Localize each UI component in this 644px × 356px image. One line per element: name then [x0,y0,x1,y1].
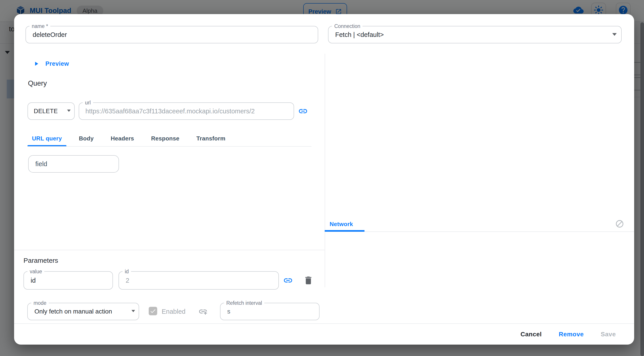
refetch-interval-field[interactable]: Refetch interval s [220,303,320,320]
mode-select[interactable]: mode Only fetch on manual action [27,303,139,320]
query-editor-dialog: name * deleteOrder Connection Fetch | <d… [14,14,634,344]
clear-network-block-icon[interactable] [615,219,624,228]
parameter-value-field[interactable]: id 2 [118,271,279,290]
url-query-field-input[interactable]: field [28,155,119,173]
query-section-title: Query [28,80,47,88]
tab-label: Body [79,135,94,142]
chevron-down-icon [67,110,71,112]
parameter-name-field[interactable]: value id [24,271,113,290]
tab-label: Transform [196,135,226,142]
pane-divider[interactable] [325,54,325,287]
connection-value: Fetch | <default> [335,26,384,43]
tab-transform[interactable]: Transform [192,130,230,146]
url-query-field-value: field [35,156,47,172]
url-field[interactable]: url https://635aaf68aa7c3f113daceeef.moc… [79,102,294,120]
remove-button[interactable]: Remove [558,330,585,338]
url-binding-link-icon[interactable] [298,106,308,116]
tab-headers[interactable]: Headers [106,130,139,146]
tab-label: Response [151,135,180,142]
add-link-icon[interactable] [198,307,208,316]
run-preview-button[interactable]: Preview [33,58,69,70]
connection-select[interactable]: Connection Fetch | <default> [328,26,622,44]
save-button[interactable]: Save [600,330,617,338]
delete-parameter-trash-icon[interactable] [303,275,314,286]
query-name-value: deleteOrder [33,26,67,43]
run-preview-label: Preview [46,60,69,67]
parameter-name-value: id [31,272,36,289]
mode-value: Only fetch on manual action [34,303,112,320]
play-icon [33,60,40,67]
chevron-down-icon [612,33,617,36]
url-value: https://635aaf68aa7c3f113daceeef.mockapi… [86,103,255,120]
request-tabs: URL query Body Headers Response Transfor… [28,130,230,146]
network-divider [325,232,634,232]
tab-body[interactable]: Body [74,130,98,146]
tab-response[interactable]: Response [147,130,184,146]
tab-url-query[interactable]: URL query [28,130,66,146]
check-icon [150,308,156,314]
enabled-checkbox[interactable] [149,307,157,315]
enabled-label: Enabled [162,303,185,320]
screen: MUI Toolpad Alpha Preview [0,0,644,356]
parameters-title: Parameters [24,257,58,264]
query-name-field[interactable]: name * deleteOrder [26,26,318,44]
parameter-binding-link-icon[interactable] [283,276,293,285]
tab-label: Headers [111,135,134,142]
tab-network[interactable]: Network [325,217,364,232]
dialog-footer: Cancel Remove Save [14,323,634,344]
http-method-value: DELETE [34,103,58,120]
chevron-down-icon [132,310,135,312]
network-tab-label: Network [330,221,353,228]
tab-label: URL query [32,135,62,142]
parameters-divider [14,250,325,250]
tabs-divider [28,146,312,147]
http-method-select[interactable]: DELETE [28,102,75,120]
parameter-name-label: value [28,268,44,275]
refetch-interval-value: s [227,303,230,320]
parameter-value-value: 2 [126,272,129,289]
cancel-button[interactable]: Cancel [519,330,543,338]
